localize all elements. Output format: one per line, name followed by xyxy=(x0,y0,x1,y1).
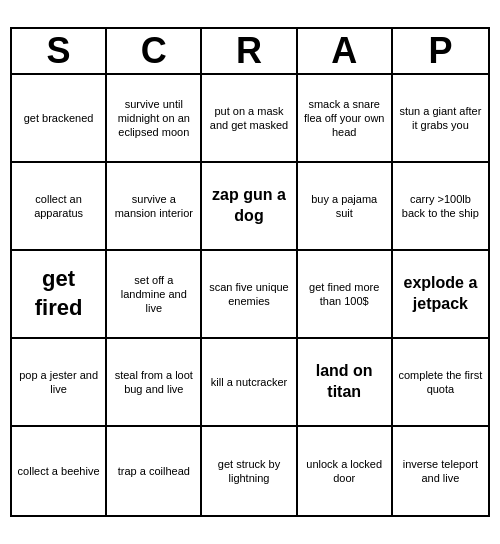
bingo-cell-0-3[interactable]: smack a snare flea off your own head xyxy=(298,75,393,163)
bingo-cell-4-0[interactable]: collect a beehive xyxy=(12,427,107,515)
bingo-cell-1-0[interactable]: collect an apparatus xyxy=(12,163,107,251)
bingo-cell-0-1[interactable]: survive until midnight on an eclipsed mo… xyxy=(107,75,202,163)
bingo-cell-1-2[interactable]: zap gun a dog xyxy=(202,163,297,251)
bingo-cell-4-3[interactable]: unlock a locked door xyxy=(298,427,393,515)
bingo-cell-2-0[interactable]: get fired xyxy=(12,251,107,339)
bingo-cell-4-1[interactable]: trap a coilhead xyxy=(107,427,202,515)
bingo-cell-4-4[interactable]: inverse teleport and live xyxy=(393,427,488,515)
bingo-cell-1-4[interactable]: carry >100lb back to the ship xyxy=(393,163,488,251)
bingo-cell-3-1[interactable]: steal from a loot bug and live xyxy=(107,339,202,427)
bingo-cell-2-2[interactable]: scan five unique enemies xyxy=(202,251,297,339)
bingo-cell-3-3[interactable]: land on titan xyxy=(298,339,393,427)
header-letter: S xyxy=(12,29,107,73)
bingo-cell-0-4[interactable]: stun a giant after it grabs you xyxy=(393,75,488,163)
bingo-cell-3-0[interactable]: pop a jester and live xyxy=(12,339,107,427)
header-letter: A xyxy=(298,29,393,73)
bingo-cell-3-4[interactable]: complete the first quota xyxy=(393,339,488,427)
bingo-cell-2-3[interactable]: get fined more than 100$ xyxy=(298,251,393,339)
bingo-cell-2-4[interactable]: explode a jetpack xyxy=(393,251,488,339)
header-letter: P xyxy=(393,29,488,73)
bingo-cell-0-2[interactable]: put on a mask and get masked xyxy=(202,75,297,163)
bingo-header: SCRAP xyxy=(10,27,490,73)
bingo-cell-4-2[interactable]: get struck by lightning xyxy=(202,427,297,515)
bingo-card: SCRAP get brackenedsurvive until midnigh… xyxy=(10,27,490,517)
header-letter: C xyxy=(107,29,202,73)
bingo-cell-3-2[interactable]: kill a nutcracker xyxy=(202,339,297,427)
bingo-cell-2-1[interactable]: set off a landmine and live xyxy=(107,251,202,339)
bingo-grid: get brackenedsurvive until midnight on a… xyxy=(10,73,490,517)
bingo-cell-0-0[interactable]: get brackened xyxy=(12,75,107,163)
bingo-cell-1-1[interactable]: survive a mansion interior xyxy=(107,163,202,251)
header-letter: R xyxy=(202,29,297,73)
bingo-cell-1-3[interactable]: buy a pajama suit xyxy=(298,163,393,251)
